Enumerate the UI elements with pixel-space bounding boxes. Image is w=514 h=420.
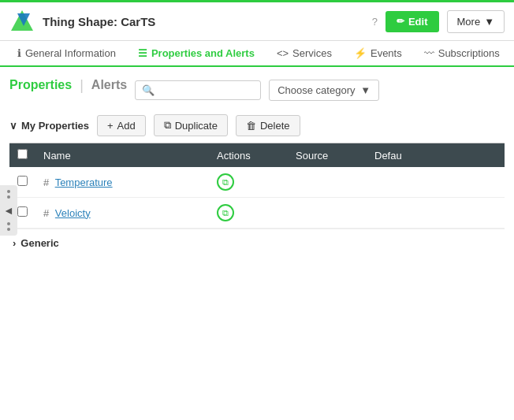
tab-subscriptions[interactable]: 〰 Subscriptions: [413, 41, 511, 67]
generic-label: Generic: [20, 237, 58, 249]
category-dropdown[interactable]: Choose category ▼: [269, 80, 379, 101]
add-button[interactable]: + Add: [97, 115, 146, 136]
sub-nav-divider: |: [80, 77, 84, 94]
row-2-name: # Veloicty: [35, 198, 209, 229]
delete-label: Delete: [260, 120, 290, 132]
tab-events-label: Events: [371, 47, 402, 59]
my-properties-toggle[interactable]: ∨ My Properties: [9, 120, 89, 132]
generic-expand-icon: ›: [13, 237, 16, 249]
tab-services-label: Services: [292, 47, 332, 59]
lightning-icon: ⚡: [354, 47, 367, 59]
properties-table: Name Actions Source Defau # Temperature …: [9, 143, 505, 229]
my-properties-section-header: ∨ My Properties + Add ⧉ Duplicate 🗑 Dele…: [9, 114, 505, 136]
generic-section[interactable]: › Generic: [9, 229, 505, 257]
category-label: Choose category: [277, 84, 355, 96]
table-row: # Temperature ⧉: [9, 167, 505, 198]
th-default: Defau: [367, 143, 505, 168]
dot-3: [7, 222, 10, 225]
th-name: Name: [35, 143, 209, 168]
collapse-left-arrow[interactable]: ◄: [3, 204, 14, 217]
tab-subscriptions-label: Subscriptions: [438, 47, 500, 59]
search-icon: 🔍: [142, 84, 155, 96]
left-panel: ◄: [0, 185, 17, 236]
add-label: Add: [117, 120, 136, 132]
duplicate-label: Duplicate: [175, 120, 218, 132]
tab-services[interactable]: <> Services: [266, 41, 343, 67]
row-1-actions: ⧉: [209, 167, 288, 198]
delete-button[interactable]: 🗑 Delete: [236, 115, 300, 136]
subscriptions-icon: 〰: [424, 47, 434, 59]
row-2-actions: ⧉: [209, 198, 288, 229]
row-2-default: [367, 198, 505, 229]
app-logo: [9, 9, 35, 34]
dot-4: [7, 228, 10, 231]
tab-properties-label: Properties and Alerts: [151, 47, 255, 59]
row-1-name: # Temperature: [35, 167, 209, 198]
category-chevron-icon: ▼: [360, 84, 371, 96]
my-properties-label: My Properties: [21, 120, 89, 132]
tab-events[interactable]: ⚡ Events: [343, 41, 413, 67]
pencil-icon: ✏: [397, 16, 404, 27]
row-1-link[interactable]: Temperature: [55, 177, 113, 188]
duplicate-button[interactable]: ⧉ Duplicate: [154, 114, 228, 136]
top-bar: Thing Shape: CarTS ? ✏ Edit More ▼: [0, 2, 514, 41]
row-2-checkbox[interactable]: [17, 206, 28, 217]
row-1-source: [288, 167, 367, 198]
row-1-default: [367, 167, 505, 198]
add-icon: +: [107, 120, 114, 132]
trash-icon: 🗑: [246, 120, 256, 132]
row-1-type-icon: #: [43, 177, 49, 188]
tab-properties-alerts[interactable]: ☰ Properties and Alerts: [127, 41, 266, 67]
edit-label: Edit: [408, 16, 428, 28]
tab-general[interactable]: ℹ General Information: [6, 41, 127, 67]
th-checkbox: [9, 143, 35, 168]
sub-nav: Properties | Alerts: [9, 75, 127, 95]
edit-button[interactable]: ✏ Edit: [386, 11, 439, 32]
sub-nav-properties[interactable]: Properties: [9, 75, 72, 95]
table-row: # Veloicty ⧉: [9, 198, 505, 229]
code-icon: <>: [277, 47, 289, 59]
table-header-row: Name Actions Source Defau: [9, 143, 505, 168]
row-2-type-icon: #: [43, 207, 49, 219]
more-label: More: [457, 16, 481, 28]
tab-general-label: General Information: [25, 47, 116, 59]
dot-2: [7, 195, 10, 199]
row-1-copy-icon[interactable]: ⧉: [217, 173, 234, 191]
more-chevron-icon: ▼: [484, 16, 494, 28]
row-2-copy-icon[interactable]: ⧉: [217, 204, 234, 221]
row-2-link[interactable]: Veloicty: [55, 207, 91, 219]
dot-1: [7, 190, 10, 193]
more-button[interactable]: More ▼: [447, 10, 505, 33]
content-area: Properties | Alerts 🔍 Choose category ▼ …: [0, 67, 514, 265]
sub-nav-row: Properties | Alerts 🔍 Choose category ▼: [9, 75, 505, 105]
th-source: Source: [288, 143, 367, 168]
row-1-checkbox[interactable]: [17, 176, 28, 186]
nav-tabs: ℹ General Information ☰ Properties and A…: [0, 41, 514, 67]
collapse-icon: ∨: [9, 120, 17, 132]
list-icon: ☰: [138, 47, 147, 59]
sub-nav-alerts[interactable]: Alerts: [91, 75, 127, 95]
search-input[interactable]: [158, 84, 254, 96]
search-box: 🔍: [135, 80, 261, 100]
th-actions: Actions: [209, 143, 288, 168]
help-icon[interactable]: ?: [372, 16, 378, 28]
duplicate-icon: ⧉: [164, 119, 171, 132]
row-2-source: [288, 198, 367, 229]
page-title: Thing Shape: CarTS: [43, 15, 364, 28]
info-icon: ℹ: [17, 47, 21, 59]
select-all-checkbox[interactable]: [17, 149, 28, 159]
